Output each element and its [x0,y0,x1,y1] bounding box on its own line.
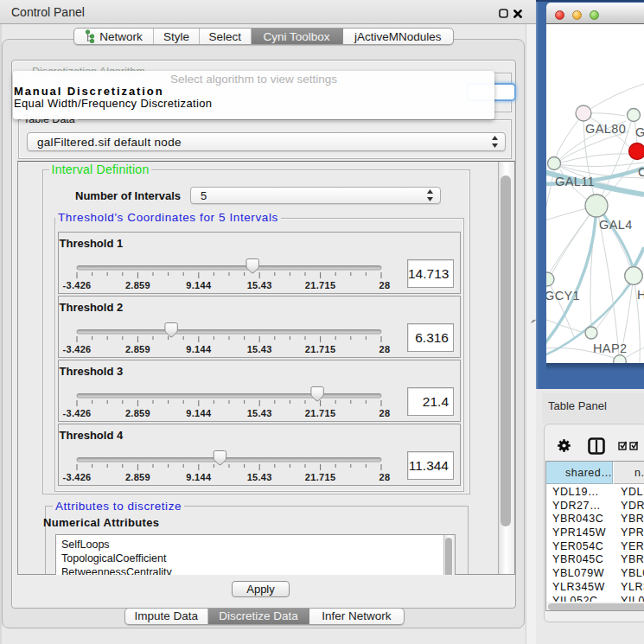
svg-text:15.43: 15.43 [247,344,272,354]
svg-text:28: 28 [379,344,391,354]
svg-text:28: 28 [379,408,391,418]
svg-text:2.859: 2.859 [125,280,150,290]
svg-text:HAP2: HAP2 [593,341,627,355]
svg-text:9.144: 9.144 [186,472,212,482]
svg-text:21.715: 21.715 [305,408,335,418]
svg-text:-3.426: -3.426 [63,472,92,482]
svg-text:9.144: 9.144 [186,280,212,290]
svg-text:28: 28 [379,472,391,482]
svg-text:C: C [638,165,644,179]
svg-text:15.43: 15.43 [247,408,272,418]
svg-text:-3.426: -3.426 [63,344,92,354]
svg-text:2.859: 2.859 [125,408,150,418]
svg-text:GAL11: GAL11 [555,175,595,188]
svg-text:2.859: 2.859 [125,344,150,354]
svg-text:G.: G. [635,125,644,139]
svg-text:GCY1: GCY1 [546,289,580,303]
svg-text:21.715: 21.715 [305,344,335,354]
svg-text:2.859: 2.859 [125,472,150,482]
svg-text:28: 28 [379,280,391,290]
svg-text:-3.426: -3.426 [63,280,92,290]
svg-text:9.144: 9.144 [186,344,212,354]
svg-text:GAL4: GAL4 [599,218,633,232]
svg-text:21.715: 21.715 [305,472,335,482]
svg-text:9.144: 9.144 [186,408,212,418]
svg-text:-3.426: -3.426 [63,408,92,418]
svg-text:H: H [637,288,644,302]
svg-text:21.715: 21.715 [305,280,335,290]
svg-text:15.43: 15.43 [247,472,272,482]
svg-text:GAL80: GAL80 [585,122,626,136]
svg-text:15.43: 15.43 [247,280,272,290]
